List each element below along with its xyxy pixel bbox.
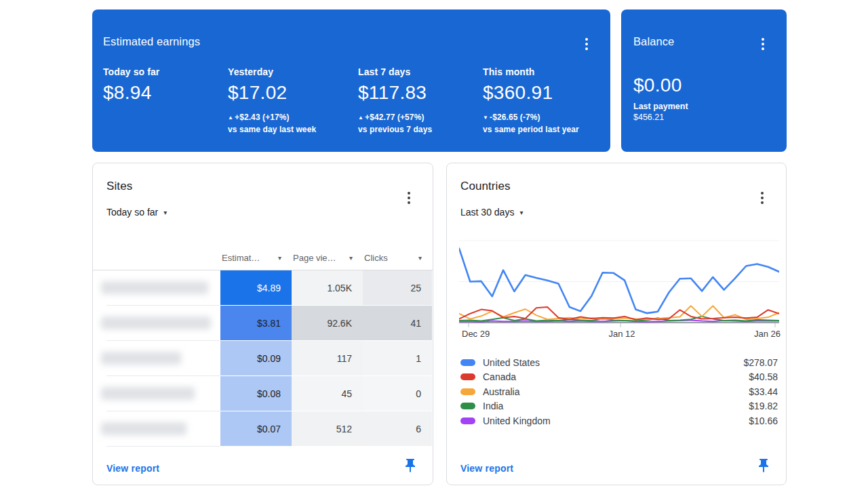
sites-title: Sites: [106, 180, 132, 193]
redacted-blur: [101, 352, 181, 365]
range-label: Last 30 days: [460, 207, 514, 218]
site-name-redacted: [106, 306, 220, 341]
cell-clicks: 0: [363, 376, 432, 411]
legend-value: $19.82: [749, 401, 778, 411]
view-report-link[interactable]: View report: [106, 463, 159, 474]
redacted-blur: [101, 387, 195, 400]
x-tick-label: Jan 26: [754, 329, 781, 339]
legend-swatch: [460, 403, 475, 409]
metric-compare: vs previous 7 days: [358, 125, 483, 134]
pin-icon[interactable]: [755, 458, 772, 475]
sort-arrow-icon: ▾: [349, 254, 353, 262]
metric-label: Yesterday: [228, 66, 358, 77]
sort-arrow-icon: ▾: [278, 254, 281, 262]
metric-compare: vs same day last week: [228, 125, 358, 134]
cell-clicks: 1: [363, 341, 432, 376]
kebab-menu-icon[interactable]: [403, 190, 415, 205]
chart-legend: United States $278.07 Canada $40.58 Aust…: [460, 355, 778, 428]
kebab-menu-icon[interactable]: [580, 37, 593, 52]
sites-card: Sites Today so far ▾ Estimat… ▾ Page vie…: [92, 163, 433, 485]
chevron-down-icon: ▾: [163, 209, 167, 216]
legend-item: India $19.82: [460, 399, 778, 414]
cell-estimated-earnings: $4.89: [220, 270, 292, 306]
cell-page-views: 45: [292, 376, 363, 411]
delta-text: -$26.65 (-7%): [490, 113, 540, 122]
metric-label: Last 7 days: [358, 66, 483, 77]
estimated-earnings-title: Estimated earnings: [103, 35, 200, 48]
delta-text: +$42.77 (+57%): [365, 113, 424, 122]
legend-label: Canada: [483, 371, 516, 382]
legend-swatch: [460, 359, 475, 366]
legend-item: Canada $40.58: [460, 370, 778, 385]
cell-page-views: 512: [292, 411, 363, 447]
kebab-menu-icon[interactable]: [757, 37, 769, 52]
cell-page-views: 1.05K: [292, 270, 363, 306]
metric-value: $360.91: [483, 82, 604, 104]
metric-label: This month: [483, 66, 604, 77]
legend-value: $40.58: [749, 371, 778, 382]
x-tick-label: Dec 29: [462, 329, 490, 339]
cell-clicks: 41: [363, 306, 432, 341]
table-row[interactable]: $0.09 117 1: [93, 341, 433, 376]
metric-value: $8.94: [103, 82, 228, 104]
metric-label: Today so far: [103, 66, 228, 77]
site-name-redacted: [106, 411, 220, 447]
cell-estimated-earnings: $0.09: [220, 341, 292, 376]
legend-value: $10.66: [749, 415, 778, 426]
countries-line-chart: [459, 235, 779, 331]
metric-delta: [103, 113, 228, 123]
countries-chart-svg: [459, 235, 779, 331]
legend-swatch: [460, 373, 475, 380]
adsense-dashboard: Estimated earnings Today so far $8.94 Ye…: [0, 0, 868, 488]
series-line-united-states: [459, 249, 779, 314]
table-row[interactable]: $0.08 45 0: [93, 376, 433, 411]
cell-page-views: 117: [292, 341, 363, 376]
redacted-blur: [101, 281, 208, 294]
delta-text: +$2.43 (+17%): [235, 113, 290, 122]
site-name-redacted: [106, 270, 220, 306]
column-label: Page vie…: [293, 253, 336, 263]
kebab-menu-icon[interactable]: [756, 190, 768, 205]
table-row[interactable]: $4.89 1.05K 25: [93, 270, 433, 306]
countries-title: Countries: [460, 180, 511, 193]
cell-page-views: 92.6K: [292, 306, 363, 341]
legend-value: $278.07: [743, 357, 778, 368]
table-row[interactable]: $0.07 512 6: [93, 411, 433, 447]
column-label: Estimat…: [222, 253, 260, 263]
balance-card: Balance $0.00 Last payment $456.21: [621, 9, 787, 152]
range-label: Today so far: [106, 207, 158, 218]
metric-compare: vs same period last year: [483, 125, 604, 134]
table-row[interactable]: $3.81 92.6K 41: [93, 306, 433, 341]
legend-item: United Kingdom $10.66: [460, 413, 778, 428]
sort-arrow-icon: ▾: [418, 254, 422, 262]
column-header-clicks[interactable]: Clicks ▾: [363, 246, 432, 270]
legend-value: $33.44: [749, 386, 778, 397]
cell-clicks: 25: [363, 270, 432, 306]
site-name-redacted: [106, 376, 220, 411]
legend-label: Australia: [483, 386, 519, 397]
column-header-page-views[interactable]: Page vie… ▾: [292, 246, 363, 270]
site-name-redacted: [106, 341, 220, 376]
metric-delta: ▲+$2.43 (+17%): [228, 113, 358, 123]
metric-this-month: This month $360.91 ▼-$26.65 (-7%) vs sam…: [483, 66, 604, 134]
last-payment-value: $456.21: [633, 113, 664, 122]
countries-range-dropdown[interactable]: Last 30 days ▾: [460, 207, 523, 218]
column-label: Clicks: [364, 253, 388, 263]
legend-swatch: [460, 418, 475, 424]
last-payment-label: Last payment: [633, 102, 688, 111]
sites-range-dropdown[interactable]: Today so far ▾: [106, 207, 167, 218]
estimated-earnings-card: Estimated earnings Today so far $8.94 Ye…: [92, 9, 610, 152]
cell-clicks: 6: [363, 411, 432, 447]
view-report-link[interactable]: View report: [460, 463, 513, 474]
series-line-canada: [459, 307, 779, 320]
delta-up-icon: ▲: [358, 115, 363, 121]
metric-value: $17.02: [228, 82, 358, 104]
legend-item: United States $278.07: [460, 355, 778, 370]
column-header-estimated-earnings[interactable]: Estimat… ▾: [220, 246, 292, 270]
metric-value: $117.83: [358, 82, 483, 104]
earnings-metrics: Today so far $8.94 Yesterday $17.02 ▲+$2…: [103, 66, 604, 134]
pin-icon[interactable]: [401, 458, 419, 475]
legend-label: United Kingdom: [483, 415, 551, 426]
metric-last-7-days: Last 7 days $117.83 ▲+$42.77 (+57%) vs p…: [358, 66, 483, 134]
chart-series-group: [459, 249, 779, 322]
